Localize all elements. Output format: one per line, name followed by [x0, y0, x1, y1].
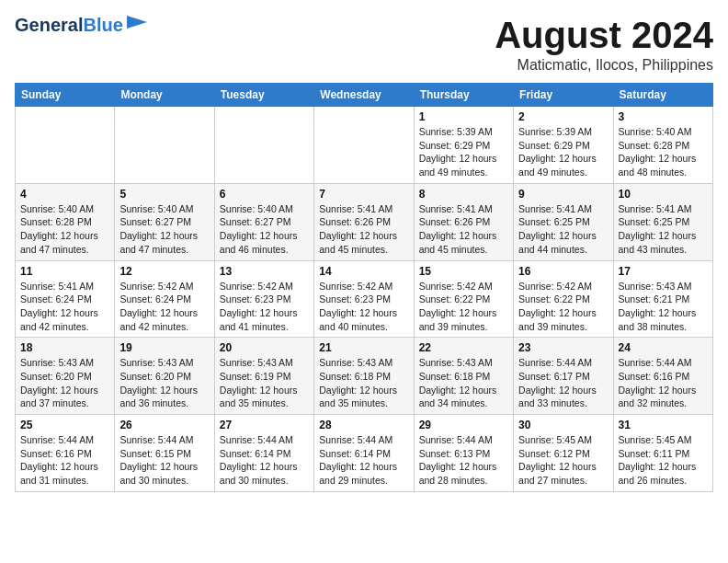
- logo-blue-text: Blue: [83, 15, 122, 36]
- day-number: 10: [619, 188, 708, 201]
- calendar-table: SundayMondayTuesdayWednesdayThursdayFrid…: [15, 83, 713, 492]
- day-info: Sunrise: 5:44 AM Sunset: 6:14 PM Dayligh…: [319, 433, 408, 488]
- calendar-cell: 31Sunrise: 5:45 AM Sunset: 6:11 PM Dayli…: [613, 415, 712, 492]
- calendar-week-2: 4Sunrise: 5:40 AM Sunset: 6:28 PM Daylig…: [16, 183, 713, 260]
- day-info: Sunrise: 5:39 AM Sunset: 6:29 PM Dayligh…: [419, 125, 508, 179]
- calendar-cell: 23Sunrise: 5:44 AM Sunset: 6:17 PM Dayli…: [514, 338, 613, 415]
- day-number: 28: [319, 419, 408, 431]
- day-number: 9: [518, 188, 608, 201]
- title-area: August 2024 Maticmatic, Ilocos, Philippi…: [495, 15, 713, 74]
- day-info: Sunrise: 5:44 AM Sunset: 6:13 PM Dayligh…: [419, 433, 508, 488]
- day-info: Sunrise: 5:41 AM Sunset: 6:25 PM Dayligh…: [619, 202, 708, 257]
- day-number: 2: [518, 110, 608, 123]
- day-info: Sunrise: 5:39 AM Sunset: 6:29 PM Dayligh…: [518, 125, 608, 179]
- calendar-cell: 11Sunrise: 5:41 AM Sunset: 6:24 PM Dayli…: [16, 260, 115, 338]
- day-info: Sunrise: 5:43 AM Sunset: 6:20 PM Dayligh…: [20, 356, 109, 410]
- day-number: 24: [619, 341, 708, 354]
- calendar-week-1: 1Sunrise: 5:39 AM Sunset: 6:29 PM Daylig…: [16, 107, 713, 184]
- calendar-week-3: 11Sunrise: 5:41 AM Sunset: 6:24 PM Dayli…: [16, 260, 713, 338]
- calendar-cell: 3Sunrise: 5:40 AM Sunset: 6:28 PM Daylig…: [613, 107, 712, 184]
- day-info: Sunrise: 5:44 AM Sunset: 6:16 PM Dayligh…: [619, 356, 708, 410]
- calendar-cell: 17Sunrise: 5:43 AM Sunset: 6:21 PM Dayli…: [613, 260, 712, 338]
- day-number: 26: [119, 419, 209, 431]
- calendar-cell: 29Sunrise: 5:44 AM Sunset: 6:13 PM Dayli…: [414, 415, 513, 492]
- day-number: 16: [518, 265, 608, 278]
- calendar-cell: 21Sunrise: 5:43 AM Sunset: 6:18 PM Dayli…: [314, 338, 414, 415]
- day-info: Sunrise: 5:42 AM Sunset: 6:22 PM Dayligh…: [518, 280, 608, 334]
- calendar-body: 1Sunrise: 5:39 AM Sunset: 6:29 PM Daylig…: [16, 107, 713, 492]
- calendar-cell: 15Sunrise: 5:42 AM Sunset: 6:22 PM Dayli…: [414, 260, 513, 338]
- calendar-cell: [314, 107, 414, 184]
- calendar-cell: 13Sunrise: 5:42 AM Sunset: 6:23 PM Dayli…: [214, 260, 313, 338]
- day-number: 12: [119, 265, 209, 278]
- calendar-week-4: 18Sunrise: 5:43 AM Sunset: 6:20 PM Dayli…: [16, 338, 713, 415]
- calendar-cell: 25Sunrise: 5:44 AM Sunset: 6:16 PM Dayli…: [16, 415, 115, 492]
- day-number: 18: [20, 341, 109, 354]
- day-info: Sunrise: 5:41 AM Sunset: 6:25 PM Dayligh…: [518, 202, 608, 257]
- calendar-cell: 19Sunrise: 5:43 AM Sunset: 6:20 PM Dayli…: [115, 338, 214, 415]
- day-number: 30: [518, 419, 608, 431]
- day-number: 31: [619, 419, 708, 431]
- day-number: 29: [419, 419, 508, 431]
- calendar-cell: 20Sunrise: 5:43 AM Sunset: 6:19 PM Dayli…: [214, 338, 313, 415]
- page-subtitle: Maticmatic, Ilocos, Philippines: [495, 57, 713, 74]
- day-number: 1: [419, 110, 508, 123]
- calendar-cell: 22Sunrise: 5:43 AM Sunset: 6:18 PM Dayli…: [414, 338, 513, 415]
- calendar-cell: 7Sunrise: 5:41 AM Sunset: 6:26 PM Daylig…: [314, 183, 414, 260]
- day-info: Sunrise: 5:44 AM Sunset: 6:14 PM Dayligh…: [220, 433, 309, 488]
- day-number: 23: [518, 341, 608, 354]
- day-info: Sunrise: 5:42 AM Sunset: 6:23 PM Dayligh…: [319, 280, 408, 334]
- day-info: Sunrise: 5:45 AM Sunset: 6:11 PM Dayligh…: [619, 433, 708, 488]
- calendar-cell: 26Sunrise: 5:44 AM Sunset: 6:15 PM Dayli…: [115, 415, 214, 492]
- logo-flag-icon: [127, 16, 147, 32]
- calendar-cell: 5Sunrise: 5:40 AM Sunset: 6:27 PM Daylig…: [115, 183, 214, 260]
- day-number: 14: [319, 265, 408, 278]
- day-header-sunday: Sunday: [16, 84, 115, 107]
- calendar-cell: 30Sunrise: 5:45 AM Sunset: 6:12 PM Dayli…: [514, 415, 613, 492]
- day-number: 15: [419, 265, 508, 278]
- calendar-cell: 24Sunrise: 5:44 AM Sunset: 6:16 PM Dayli…: [613, 338, 712, 415]
- calendar-cell: 14Sunrise: 5:42 AM Sunset: 6:23 PM Dayli…: [314, 260, 414, 338]
- day-info: Sunrise: 5:42 AM Sunset: 6:23 PM Dayligh…: [220, 280, 309, 334]
- day-info: Sunrise: 5:43 AM Sunset: 6:18 PM Dayligh…: [419, 356, 508, 410]
- calendar-cell: 28Sunrise: 5:44 AM Sunset: 6:14 PM Dayli…: [314, 415, 414, 492]
- day-info: Sunrise: 5:42 AM Sunset: 6:24 PM Dayligh…: [119, 280, 209, 334]
- day-header-friday: Friday: [514, 84, 613, 107]
- day-header-monday: Monday: [115, 84, 214, 107]
- day-info: Sunrise: 5:44 AM Sunset: 6:15 PM Dayligh…: [119, 433, 209, 488]
- day-info: Sunrise: 5:43 AM Sunset: 6:19 PM Dayligh…: [220, 356, 309, 410]
- day-number: 20: [220, 341, 309, 354]
- day-number: 17: [619, 265, 708, 278]
- calendar-week-5: 25Sunrise: 5:44 AM Sunset: 6:16 PM Dayli…: [16, 415, 713, 492]
- calendar-cell: [214, 107, 313, 184]
- calendar-cell: 18Sunrise: 5:43 AM Sunset: 6:20 PM Dayli…: [16, 338, 115, 415]
- day-number: 13: [220, 265, 309, 278]
- day-info: Sunrise: 5:43 AM Sunset: 6:21 PM Dayligh…: [619, 280, 708, 334]
- day-number: 25: [20, 419, 109, 431]
- calendar-cell: 27Sunrise: 5:44 AM Sunset: 6:14 PM Dayli…: [214, 415, 313, 492]
- day-info: Sunrise: 5:41 AM Sunset: 6:26 PM Dayligh…: [319, 202, 408, 257]
- day-info: Sunrise: 5:40 AM Sunset: 6:28 PM Dayligh…: [20, 202, 109, 257]
- day-number: 19: [119, 341, 209, 354]
- day-info: Sunrise: 5:43 AM Sunset: 6:18 PM Dayligh…: [319, 356, 408, 410]
- day-number: 5: [119, 188, 209, 201]
- day-info: Sunrise: 5:42 AM Sunset: 6:22 PM Dayligh…: [419, 280, 508, 334]
- day-header-wednesday: Wednesday: [314, 84, 414, 107]
- logo-general-text: General: [15, 15, 83, 36]
- day-number: 8: [419, 188, 508, 201]
- day-info: Sunrise: 5:43 AM Sunset: 6:20 PM Dayligh…: [119, 356, 209, 410]
- calendar-cell: 9Sunrise: 5:41 AM Sunset: 6:25 PM Daylig…: [514, 183, 613, 260]
- day-header-saturday: Saturday: [613, 84, 712, 107]
- calendar-cell: 6Sunrise: 5:40 AM Sunset: 6:27 PM Daylig…: [214, 183, 313, 260]
- svg-marker-0: [127, 16, 147, 29]
- calendar-cell: 8Sunrise: 5:41 AM Sunset: 6:26 PM Daylig…: [414, 183, 513, 260]
- calendar-cell: 4Sunrise: 5:40 AM Sunset: 6:28 PM Daylig…: [16, 183, 115, 260]
- calendar-cell: 12Sunrise: 5:42 AM Sunset: 6:24 PM Dayli…: [115, 260, 214, 338]
- header: General Blue August 2024 Maticmatic, Ilo…: [15, 15, 713, 74]
- day-info: Sunrise: 5:40 AM Sunset: 6:28 PM Dayligh…: [619, 125, 708, 179]
- calendar-cell: 1Sunrise: 5:39 AM Sunset: 6:29 PM Daylig…: [414, 107, 513, 184]
- day-info: Sunrise: 5:44 AM Sunset: 6:17 PM Dayligh…: [518, 356, 608, 410]
- day-number: 6: [220, 188, 309, 201]
- day-info: Sunrise: 5:41 AM Sunset: 6:26 PM Dayligh…: [419, 202, 508, 257]
- day-info: Sunrise: 5:45 AM Sunset: 6:12 PM Dayligh…: [518, 433, 608, 488]
